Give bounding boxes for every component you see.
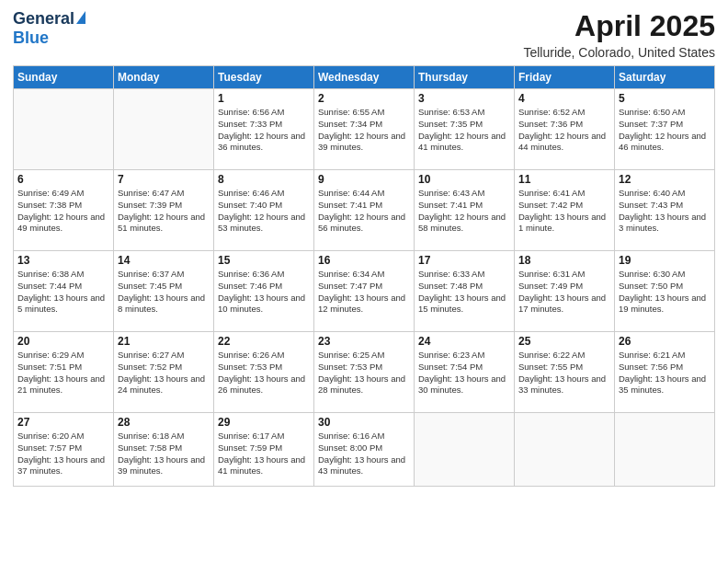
calendar-day-cell: 16Sunrise: 6:34 AM Sunset: 7:47 PM Dayli… xyxy=(314,251,415,332)
day-number: 7 xyxy=(118,173,210,186)
calendar-day-cell: 17Sunrise: 6:33 AM Sunset: 7:48 PM Dayli… xyxy=(415,251,515,332)
day-info: Sunrise: 6:22 AM Sunset: 7:55 PM Dayligh… xyxy=(518,350,610,396)
calendar-day-cell: 11Sunrise: 6:41 AM Sunset: 7:42 PM Dayli… xyxy=(515,170,615,251)
day-info: Sunrise: 6:44 AM Sunset: 7:41 PM Dayligh… xyxy=(318,188,410,235)
weekday-header-friday: Friday xyxy=(515,66,615,89)
day-number: 20 xyxy=(17,335,109,348)
calendar-day-cell: 10Sunrise: 6:43 AM Sunset: 7:41 PM Dayli… xyxy=(415,170,515,251)
calendar-day-cell: 8Sunrise: 6:46 AM Sunset: 7:40 PM Daylig… xyxy=(214,170,314,251)
day-number: 4 xyxy=(518,92,610,105)
calendar-week-row: 6Sunrise: 6:49 AM Sunset: 7:38 PM Daylig… xyxy=(14,170,715,251)
calendar-day-cell xyxy=(615,413,715,487)
calendar-week-row: 1Sunrise: 6:56 AM Sunset: 7:33 PM Daylig… xyxy=(14,89,715,170)
day-info: Sunrise: 6:41 AM Sunset: 7:42 PM Dayligh… xyxy=(518,188,610,235)
day-info: Sunrise: 6:16 AM Sunset: 8:00 PM Dayligh… xyxy=(318,431,410,477)
weekday-header-tuesday: Tuesday xyxy=(214,66,314,89)
calendar-day-cell: 23Sunrise: 6:25 AM Sunset: 7:53 PM Dayli… xyxy=(314,332,415,413)
day-number: 19 xyxy=(619,254,711,267)
logo-triangle-icon xyxy=(76,11,85,24)
calendar-day-cell: 3Sunrise: 6:53 AM Sunset: 7:35 PM Daylig… xyxy=(415,89,515,170)
day-number: 17 xyxy=(418,254,510,267)
day-number: 9 xyxy=(318,173,410,186)
day-info: Sunrise: 6:21 AM Sunset: 7:56 PM Dayligh… xyxy=(619,350,711,396)
day-number: 28 xyxy=(118,416,210,429)
calendar-day-cell: 25Sunrise: 6:22 AM Sunset: 7:55 PM Dayli… xyxy=(515,332,615,413)
day-number: 24 xyxy=(418,335,510,348)
calendar-day-cell xyxy=(415,413,515,487)
day-number: 11 xyxy=(518,173,610,186)
day-info: Sunrise: 6:53 AM Sunset: 7:35 PM Dayligh… xyxy=(418,107,510,154)
calendar-day-cell: 24Sunrise: 6:23 AM Sunset: 7:54 PM Dayli… xyxy=(415,332,515,413)
calendar-day-cell: 22Sunrise: 6:26 AM Sunset: 7:53 PM Dayli… xyxy=(214,332,314,413)
logo-blue: Blue xyxy=(13,29,49,48)
day-info: Sunrise: 6:27 AM Sunset: 7:52 PM Dayligh… xyxy=(118,350,210,396)
day-info: Sunrise: 6:38 AM Sunset: 7:44 PM Dayligh… xyxy=(17,269,109,316)
day-info: Sunrise: 6:17 AM Sunset: 7:59 PM Dayligh… xyxy=(218,431,310,477)
day-info: Sunrise: 6:31 AM Sunset: 7:49 PM Dayligh… xyxy=(518,269,610,316)
calendar-day-cell: 30Sunrise: 6:16 AM Sunset: 8:00 PM Dayli… xyxy=(314,413,415,487)
weekday-header-thursday: Thursday xyxy=(415,66,515,89)
day-info: Sunrise: 6:40 AM Sunset: 7:43 PM Dayligh… xyxy=(619,188,711,235)
calendar-day-cell: 26Sunrise: 6:21 AM Sunset: 7:56 PM Dayli… xyxy=(615,332,715,413)
day-number: 5 xyxy=(619,92,711,105)
calendar-day-cell: 28Sunrise: 6:18 AM Sunset: 7:58 PM Dayli… xyxy=(114,413,214,487)
day-info: Sunrise: 6:34 AM Sunset: 7:47 PM Dayligh… xyxy=(318,269,410,316)
day-info: Sunrise: 6:55 AM Sunset: 7:34 PM Dayligh… xyxy=(318,107,410,154)
logo-text: General xyxy=(13,9,85,29)
calendar-day-cell: 29Sunrise: 6:17 AM Sunset: 7:59 PM Dayli… xyxy=(214,413,314,487)
calendar-week-row: 20Sunrise: 6:29 AM Sunset: 7:51 PM Dayli… xyxy=(14,332,715,413)
header: General Blue April 2025 Telluride, Color… xyxy=(13,9,715,60)
calendar-day-cell: 5Sunrise: 6:50 AM Sunset: 7:37 PM Daylig… xyxy=(615,89,715,170)
day-info: Sunrise: 6:50 AM Sunset: 7:37 PM Dayligh… xyxy=(619,107,711,154)
calendar-table: SundayMondayTuesdayWednesdayThursdayFrid… xyxy=(13,65,715,487)
calendar-header-row: SundayMondayTuesdayWednesdayThursdayFrid… xyxy=(14,66,715,89)
day-info: Sunrise: 6:20 AM Sunset: 7:57 PM Dayligh… xyxy=(17,431,109,477)
day-info: Sunrise: 6:46 AM Sunset: 7:40 PM Dayligh… xyxy=(218,188,310,235)
day-number: 18 xyxy=(518,254,610,267)
day-number: 1 xyxy=(218,92,310,105)
calendar-week-row: 13Sunrise: 6:38 AM Sunset: 7:44 PM Dayli… xyxy=(14,251,715,332)
logo-general: General xyxy=(13,9,74,29)
day-info: Sunrise: 6:29 AM Sunset: 7:51 PM Dayligh… xyxy=(17,350,109,396)
day-info: Sunrise: 6:30 AM Sunset: 7:50 PM Dayligh… xyxy=(619,269,711,316)
calendar-day-cell xyxy=(114,89,214,170)
day-number: 21 xyxy=(118,335,210,348)
calendar-day-cell: 15Sunrise: 6:36 AM Sunset: 7:46 PM Dayli… xyxy=(214,251,314,332)
calendar-day-cell: 12Sunrise: 6:40 AM Sunset: 7:43 PM Dayli… xyxy=(615,170,715,251)
day-number: 6 xyxy=(17,173,109,186)
day-number: 3 xyxy=(418,92,510,105)
day-info: Sunrise: 6:23 AM Sunset: 7:54 PM Dayligh… xyxy=(418,350,510,396)
day-info: Sunrise: 6:25 AM Sunset: 7:53 PM Dayligh… xyxy=(318,350,410,396)
weekday-header-monday: Monday xyxy=(114,66,214,89)
calendar-day-cell: 13Sunrise: 6:38 AM Sunset: 7:44 PM Dayli… xyxy=(14,251,114,332)
calendar-week-row: 27Sunrise: 6:20 AM Sunset: 7:57 PM Dayli… xyxy=(14,413,715,487)
day-number: 16 xyxy=(318,254,410,267)
weekday-header-sunday: Sunday xyxy=(14,66,114,89)
calendar-day-cell: 2Sunrise: 6:55 AM Sunset: 7:34 PM Daylig… xyxy=(314,89,415,170)
day-number: 25 xyxy=(518,335,610,348)
day-number: 29 xyxy=(218,416,310,429)
calendar-day-cell: 1Sunrise: 6:56 AM Sunset: 7:33 PM Daylig… xyxy=(214,89,314,170)
calendar-day-cell xyxy=(14,89,114,170)
day-info: Sunrise: 6:33 AM Sunset: 7:48 PM Dayligh… xyxy=(418,269,510,316)
calendar-day-cell: 6Sunrise: 6:49 AM Sunset: 7:38 PM Daylig… xyxy=(14,170,114,251)
day-number: 30 xyxy=(318,416,410,429)
day-info: Sunrise: 6:47 AM Sunset: 7:39 PM Dayligh… xyxy=(118,188,210,235)
day-info: Sunrise: 6:56 AM Sunset: 7:33 PM Dayligh… xyxy=(218,107,310,154)
day-number: 27 xyxy=(17,416,109,429)
day-info: Sunrise: 6:26 AM Sunset: 7:53 PM Dayligh… xyxy=(218,350,310,396)
day-info: Sunrise: 6:49 AM Sunset: 7:38 PM Dayligh… xyxy=(17,188,109,235)
subtitle: Telluride, Colorado, United States xyxy=(523,45,715,60)
calendar-day-cell: 21Sunrise: 6:27 AM Sunset: 7:52 PM Dayli… xyxy=(114,332,214,413)
day-number: 2 xyxy=(318,92,410,105)
day-number: 22 xyxy=(218,335,310,348)
calendar-day-cell: 20Sunrise: 6:29 AM Sunset: 7:51 PM Dayli… xyxy=(14,332,114,413)
weekday-header-saturday: Saturday xyxy=(615,66,715,89)
calendar-day-cell: 19Sunrise: 6:30 AM Sunset: 7:50 PM Dayli… xyxy=(615,251,715,332)
day-number: 15 xyxy=(218,254,310,267)
day-info: Sunrise: 6:52 AM Sunset: 7:36 PM Dayligh… xyxy=(518,107,610,154)
title-area: April 2025 Telluride, Colorado, United S… xyxy=(523,9,715,60)
calendar-day-cell: 18Sunrise: 6:31 AM Sunset: 7:49 PM Dayli… xyxy=(515,251,615,332)
day-number: 8 xyxy=(218,173,310,186)
day-number: 14 xyxy=(118,254,210,267)
